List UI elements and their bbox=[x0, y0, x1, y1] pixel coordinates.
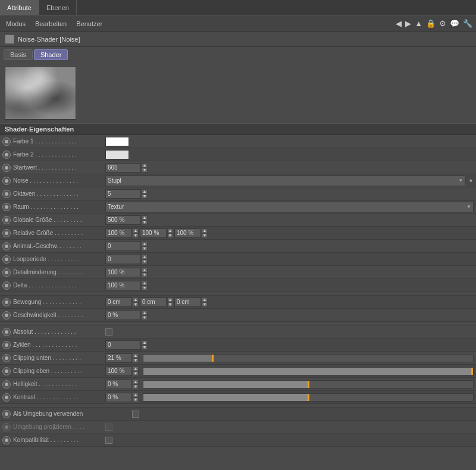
gw-down[interactable]: ▼ bbox=[142, 315, 148, 320]
chat-icon[interactable]: 💬 bbox=[450, 19, 459, 28]
clipping-oben-bar[interactable] bbox=[143, 367, 474, 375]
bew-up3[interactable]: ▲ bbox=[202, 297, 208, 302]
oktaven-input[interactable] bbox=[105, 189, 141, 199]
clipping-unten-dot[interactable] bbox=[2, 354, 11, 362]
loopperiode-dot[interactable] bbox=[2, 255, 11, 264]
helligkeit-dot[interactable] bbox=[2, 380, 11, 388]
farbe1-swatch[interactable] bbox=[105, 137, 129, 146]
kompatibilitaet-checkbox[interactable] bbox=[105, 437, 112, 444]
oktaven-down[interactable]: ▼ bbox=[142, 194, 148, 199]
kontrast-input[interactable] bbox=[105, 393, 132, 402]
gw-up[interactable]: ▲ bbox=[142, 311, 148, 315]
co-down[interactable]: ▼ bbox=[133, 371, 139, 376]
arrow-left-icon[interactable]: ◀ bbox=[396, 19, 402, 28]
hel-up[interactable]: ▲ bbox=[133, 380, 139, 384]
hel-down[interactable]: ▼ bbox=[133, 384, 139, 389]
zyklen-input[interactable] bbox=[105, 340, 141, 350]
bew-down3[interactable]: ▼ bbox=[202, 302, 208, 307]
clipping-oben-dot[interactable] bbox=[2, 367, 11, 375]
tab-attribute[interactable]: Attribute bbox=[0, 0, 39, 15]
startwert-down[interactable]: ▼ bbox=[142, 168, 148, 173]
wrench-icon[interactable]: 🔧 bbox=[463, 19, 472, 28]
animat-geschw-input[interactable] bbox=[105, 242, 141, 251]
delta-up[interactable]: ▲ bbox=[142, 281, 148, 286]
relative-groesse-dot[interactable] bbox=[2, 229, 11, 237]
startwert-input[interactable] bbox=[105, 163, 141, 173]
delta-input[interactable] bbox=[105, 281, 141, 290]
raum-dot[interactable] bbox=[2, 203, 11, 211]
oktaven-dot[interactable] bbox=[2, 190, 11, 198]
toolbar-bearbeiten[interactable]: Bearbeiten bbox=[33, 19, 69, 29]
globale-groesse-input[interactable] bbox=[105, 215, 141, 225]
geschwindigkeit-input[interactable] bbox=[105, 311, 141, 320]
dm-down[interactable]: ▼ bbox=[142, 272, 148, 277]
rg-up3[interactable]: ▲ bbox=[202, 228, 208, 233]
umgebung-projizieren-dot[interactable] bbox=[2, 423, 11, 431]
oktaven-up[interactable]: ▲ bbox=[142, 189, 148, 194]
subtab-basis[interactable]: Basis bbox=[4, 49, 33, 60]
bewegung-input1[interactable] bbox=[105, 297, 132, 307]
globale-groesse-up[interactable]: ▲ bbox=[142, 215, 148, 220]
rg-down3[interactable]: ▼ bbox=[202, 233, 208, 238]
als-umgebung-checkbox[interactable] bbox=[132, 411, 139, 418]
up-icon[interactable]: ▲ bbox=[415, 19, 422, 28]
zyk-down[interactable]: ▼ bbox=[142, 345, 148, 350]
lp-down[interactable]: ▼ bbox=[142, 259, 148, 264]
rg-up1[interactable]: ▲ bbox=[133, 228, 139, 233]
bew-down2[interactable]: ▼ bbox=[167, 302, 173, 307]
raum-dropdown[interactable]: Textur ▼ bbox=[105, 202, 474, 212]
absolut-dot[interactable] bbox=[2, 328, 11, 336]
bewegung-input2[interactable] bbox=[140, 297, 167, 307]
startwert-dot[interactable] bbox=[2, 164, 11, 172]
cu-down[interactable]: ▼ bbox=[133, 358, 139, 363]
loopperiode-input[interactable] bbox=[105, 255, 141, 264]
relative-groesse-input2[interactable] bbox=[140, 228, 167, 238]
rg-down1[interactable]: ▼ bbox=[133, 233, 139, 238]
ag-up[interactable]: ▲ bbox=[142, 242, 148, 246]
absolut-checkbox[interactable] bbox=[105, 328, 112, 336]
zyk-up[interactable]: ▲ bbox=[142, 340, 148, 345]
arrow-right-icon[interactable]: ▶ bbox=[405, 19, 411, 28]
bewegung-input3[interactable] bbox=[174, 297, 201, 307]
clipping-oben-input[interactable] bbox=[105, 366, 132, 376]
farbe2-dot[interactable] bbox=[2, 151, 11, 159]
detailminderung-dot[interactable] bbox=[2, 268, 11, 277]
farbe2-swatch[interactable] bbox=[105, 150, 129, 159]
toolbar-modus[interactable]: Modus bbox=[4, 19, 28, 29]
clipping-unten-bar[interactable] bbox=[143, 354, 474, 362]
als-umgebung-dot[interactable] bbox=[2, 410, 11, 418]
zyklen-dot[interactable] bbox=[2, 341, 11, 349]
lp-up[interactable]: ▲ bbox=[142, 255, 148, 259]
animat-geschw-dot[interactable] bbox=[2, 242, 11, 250]
bew-down1[interactable]: ▼ bbox=[133, 302, 139, 307]
farbe1-dot[interactable] bbox=[2, 137, 11, 146]
detailminderung-input[interactable] bbox=[105, 268, 141, 277]
kon-down[interactable]: ▼ bbox=[133, 397, 139, 402]
clipping-unten-input[interactable] bbox=[105, 353, 132, 363]
globale-groesse-dot[interactable] bbox=[2, 216, 11, 224]
relative-groesse-input1[interactable] bbox=[105, 228, 132, 238]
toolbar-benutzer[interactable]: Benutzer bbox=[74, 19, 105, 29]
helligkeit-bar[interactable] bbox=[143, 380, 474, 388]
globale-groesse-down[interactable]: ▼ bbox=[142, 220, 148, 225]
dm-up[interactable]: ▲ bbox=[142, 268, 148, 272]
delta-down[interactable]: ▼ bbox=[142, 286, 148, 290]
delta-dot[interactable] bbox=[2, 281, 11, 290]
noise-dot[interactable] bbox=[2, 177, 11, 185]
kontrast-dot[interactable] bbox=[2, 393, 11, 402]
bewegung-dot[interactable] bbox=[2, 298, 11, 306]
relative-groesse-input3[interactable] bbox=[174, 228, 201, 238]
kon-up[interactable]: ▲ bbox=[133, 393, 139, 397]
noise-dropdown[interactable]: Stupl ▼ bbox=[105, 176, 465, 186]
bew-up2[interactable]: ▲ bbox=[167, 297, 173, 302]
gear-icon[interactable]: ⚙ bbox=[439, 19, 446, 28]
kompatibilitaet-dot[interactable] bbox=[2, 436, 11, 444]
lock-icon[interactable]: 🔒 bbox=[426, 19, 436, 28]
co-up[interactable]: ▲ bbox=[133, 366, 139, 371]
rg-down2[interactable]: ▼ bbox=[167, 233, 173, 238]
rg-up2[interactable]: ▲ bbox=[167, 228, 173, 233]
kontrast-bar[interactable] bbox=[143, 393, 474, 402]
startwert-up[interactable]: ▲ bbox=[142, 163, 148, 168]
tab-ebenen[interactable]: Ebenen bbox=[39, 0, 77, 15]
cu-up[interactable]: ▲ bbox=[133, 353, 139, 358]
